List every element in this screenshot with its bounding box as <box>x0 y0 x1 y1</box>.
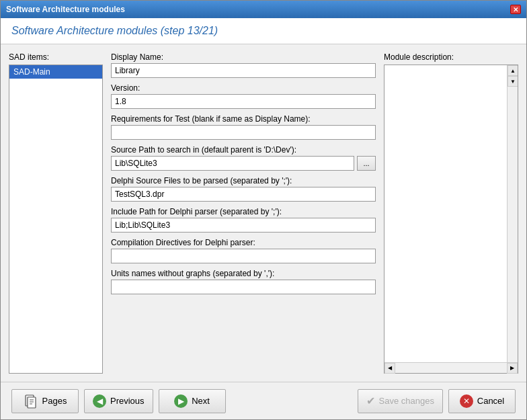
browse-button[interactable]: ... <box>357 156 376 171</box>
delphi-source-label: Delphi Source Files to be parsed (separa… <box>111 176 376 185</box>
description-inner: ▲ ▼ <box>384 65 518 362</box>
description-hscrollbar[interactable]: ◀ ▶ <box>384 362 518 373</box>
delphi-source-input[interactable] <box>111 187 376 202</box>
pages-svg-icon <box>24 394 38 409</box>
source-path-input[interactable] <box>111 156 354 171</box>
source-path-label: Source Path to search in (default parent… <box>111 145 376 155</box>
save-changes-button[interactable]: ✔ Save changes <box>358 389 443 413</box>
units-names-label: Units names without graphs (separated by… <box>111 269 376 278</box>
list-item[interactable]: SAD-Main <box>9 65 102 79</box>
save-icon: ✔ <box>366 394 375 407</box>
previous-button[interactable]: ◀ Previous <box>84 389 153 413</box>
requirements-group: Requirements for Test (blank if same as … <box>111 114 376 140</box>
close-button[interactable]: ✕ <box>510 5 521 14</box>
compilation-label: Compilation Directives for Delphi parser… <box>111 238 376 247</box>
module-description-label: Module description: <box>384 52 518 62</box>
next-label: Next <box>192 396 210 406</box>
include-path-group: Include Path for Delphi parser (separate… <box>111 207 376 233</box>
description-vscrollbar[interactable]: ▲ ▼ <box>507 65 518 362</box>
units-names-input[interactable] <box>111 280 376 294</box>
next-button[interactable]: ▶ Next <box>159 389 226 413</box>
pages-icon <box>24 394 38 409</box>
source-path-row: ... <box>111 156 376 171</box>
scroll-down-arrow[interactable]: ▼ <box>508 76 518 87</box>
cancel-icon: ✕ <box>460 394 473 408</box>
window-title: Software Architecture modules <box>6 5 125 14</box>
requirements-label: Requirements for Test (blank if same as … <box>111 114 376 124</box>
include-path-label: Include Path for Delphi parser (separate… <box>111 207 376 216</box>
description-box: ▲ ▼ ◀ ▶ <box>384 65 518 374</box>
content-area: SAD items: SAD-Main Display Name: Versio… <box>1 44 526 382</box>
source-path-group: Source Path to search in (default parent… <box>111 145 376 171</box>
previous-label: Previous <box>110 396 145 406</box>
page-title: Software Architecture modules (step 13/2… <box>11 25 516 37</box>
next-icon: ▶ <box>174 394 188 408</box>
title-bar: Software Architecture modules ✕ <box>1 1 526 18</box>
description-content[interactable] <box>384 65 507 362</box>
right-panel: Module description: ▲ ▼ ◀ ▶ <box>384 52 518 374</box>
compilation-group: Compilation Directives for Delphi parser… <box>111 238 376 263</box>
pages-button[interactable]: Pages <box>11 389 79 413</box>
left-panel: SAD items: SAD-Main <box>9 52 103 374</box>
units-names-group: Units names without graphs (separated by… <box>111 269 376 294</box>
main-window: Software Architecture modules ✕ Software… <box>0 0 527 420</box>
pages-label: Pages <box>42 396 67 406</box>
scroll-right-arrow[interactable]: ▶ <box>507 363 518 374</box>
scroll-left-arrow[interactable]: ◀ <box>384 363 395 374</box>
requirements-input[interactable] <box>111 125 376 140</box>
cancel-label: Cancel <box>477 396 504 406</box>
scroll-up-arrow[interactable]: ▲ <box>508 65 518 76</box>
sad-items-list[interactable]: SAD-Main <box>9 65 103 374</box>
version-label: Version: <box>111 83 376 93</box>
save-label: Save changes <box>379 396 434 406</box>
display-name-label: Display Name: <box>111 52 376 62</box>
display-name-group: Display Name: <box>111 52 376 78</box>
include-path-input[interactable] <box>111 218 376 233</box>
sad-items-label: SAD items: <box>9 52 103 62</box>
version-input[interactable] <box>111 94 376 109</box>
previous-icon: ◀ <box>93 394 106 408</box>
footer: Pages ◀ Previous ▶ Next ✔ Save changes ✕… <box>1 382 526 419</box>
cancel-button[interactable]: ✕ Cancel <box>448 389 516 413</box>
svg-rect-1 <box>28 397 36 408</box>
main-header: Software Architecture modules (step 13/2… <box>1 18 526 44</box>
middle-panel: Display Name: Version: Requirements for … <box>111 52 376 374</box>
compilation-input[interactable] <box>111 249 376 263</box>
version-group: Version: <box>111 83 376 109</box>
display-name-input[interactable] <box>111 63 376 78</box>
delphi-source-group: Delphi Source Files to be parsed (separa… <box>111 176 376 202</box>
